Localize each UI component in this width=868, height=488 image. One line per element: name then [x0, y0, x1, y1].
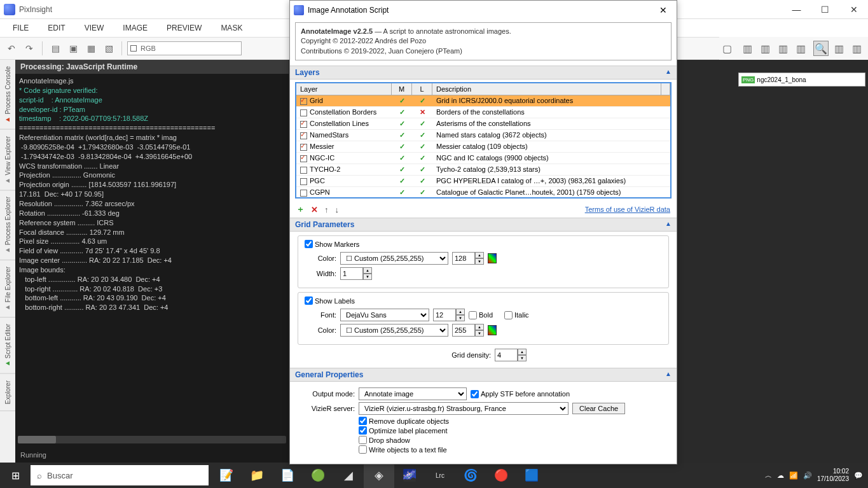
tab-process-explorer[interactable]: ▶Process Explorer: [0, 190, 15, 260]
label-color-select[interactable]: ☐ Custom (255,255,255): [340, 324, 448, 337]
grid-params-header[interactable]: Grid Parameters▲: [290, 218, 677, 232]
remove-layer-button[interactable]: ✕: [311, 205, 318, 214]
rtool-7[interactable]: ▥: [831, 41, 846, 56]
add-layer-button[interactable]: ＋: [296, 204, 305, 215]
menu-view[interactable]: VIEW: [85, 24, 104, 32]
density-spinner[interactable]: ▲▼: [495, 349, 527, 361]
layer-row[interactable]: TYCHO-2✓✓Tycho-2 catalog (2,539,913 star…: [296, 164, 670, 176]
taskbar-app-9[interactable]: 🌀: [455, 463, 486, 488]
col-l: L: [412, 83, 432, 95]
paste-button[interactable]: ▦: [83, 41, 99, 56]
start-button[interactable]: ⊞: [0, 463, 31, 488]
marker-color-select[interactable]: ☐ Custom (255,255,255): [340, 252, 448, 265]
tray-sound-icon[interactable]: 🔊: [803, 471, 812, 480]
general-props-header[interactable]: General Properties▲: [290, 368, 677, 382]
undo-button[interactable]: ↶: [4, 41, 19, 56]
layer-row[interactable]: CGPN✓✓Catalogue of Galactic Planet…houte…: [296, 187, 670, 197]
taskbar-app-lrc[interactable]: Lrc: [425, 463, 455, 488]
italic-checkbox[interactable]: [504, 311, 513, 319]
apply-stf-checkbox[interactable]: [471, 390, 479, 398]
minimize-button[interactable]: ―: [782, 0, 811, 19]
taskbar-app-pixinsight[interactable]: ◈: [364, 463, 394, 488]
font-select[interactable]: DejaVu Sans: [340, 309, 429, 321]
channel-combo[interactable]: RGB: [127, 41, 242, 55]
vizier-terms-link[interactable]: Terms of use of VizieR data: [585, 206, 670, 213]
width-spinner[interactable]: ▲▼: [340, 267, 372, 280]
save-button[interactable]: ▤: [48, 41, 63, 56]
layer-row[interactable]: Messier✓✓Messier catalog (109 objects): [296, 141, 670, 153]
taskbar-app-3[interactable]: 📄: [272, 463, 303, 488]
rtool-4[interactable]: ▥: [775, 41, 790, 56]
console-scrollbar[interactable]: [18, 436, 286, 443]
marker-alpha-spinner[interactable]: ▲▼: [452, 252, 484, 265]
bold-checkbox[interactable]: [469, 311, 477, 319]
taskbar-app-1[interactable]: 📝: [211, 463, 242, 488]
taskbar-app-chrome[interactable]: 🔴: [486, 463, 516, 488]
tray-cloud-icon[interactable]: ☁: [777, 471, 784, 480]
image-thumbnail[interactable]: PNG ngc2024_1_bona: [738, 73, 865, 87]
vizier-server-select[interactable]: VizieR (vizier.u-strasbg.fr) Strasbourg,…: [359, 402, 568, 415]
taskbar-search[interactable]: ⌕ Buscar: [31, 465, 209, 485]
process-console: Processing: JavaScript Runtime AnnotateI…: [15, 60, 289, 463]
tray-clock[interactable]: 10:02 17/10/2023: [817, 468, 849, 483]
rtool-2[interactable]: ▥: [740, 41, 755, 56]
tool-button[interactable]: ▧: [101, 41, 116, 56]
tray-chevron-icon[interactable]: ︿: [765, 471, 772, 480]
png-badge-icon: PNG: [741, 76, 755, 83]
taskbar-app-4[interactable]: 🟢: [303, 463, 333, 488]
layer-row[interactable]: PGC✓✓PGC HYPERLEDA I catalog of …+, 2003…: [296, 176, 670, 187]
dialog-logo-icon: [294, 5, 304, 15]
layer-row[interactable]: Constellation Lines✓✓Asterisms of the co…: [296, 118, 670, 130]
col-m: M: [392, 83, 412, 95]
close-button[interactable]: ✕: [839, 0, 868, 19]
taskbar-app-7[interactable]: 🌌: [394, 463, 425, 488]
layer-row[interactable]: Constellation Borders✓✕Borders of the co…: [296, 107, 670, 118]
menu-mask[interactable]: MASK: [221, 24, 242, 32]
tab-file-explorer[interactable]: ▶File Explorer: [0, 260, 15, 317]
rtool-8[interactable]: ▥: [849, 41, 864, 56]
rtool-5[interactable]: ▥: [793, 41, 808, 56]
rtool-zoom[interactable]: 🔍: [813, 41, 829, 56]
show-markers-checkbox[interactable]: [305, 240, 313, 248]
move-down-button[interactable]: ↓: [335, 205, 340, 214]
tab-explorer[interactable]: Explorer: [0, 374, 15, 411]
annotate-dialog: Image Annotation Script ✕ AnnotateImage …: [289, 0, 677, 464]
write-text-checkbox[interactable]: [359, 445, 367, 454]
taskbar-app-5[interactable]: ◢: [333, 463, 364, 488]
menu-preview[interactable]: PREVIEW: [167, 24, 202, 32]
layers-section-header[interactable]: Layers▲: [290, 66, 677, 80]
dialog-close-button[interactable]: ✕: [654, 5, 673, 15]
maximize-button[interactable]: ☐: [811, 0, 839, 19]
tray-wifi-icon[interactable]: 📶: [789, 471, 798, 480]
windows-taskbar: ⊞ ⌕ Buscar 📝 📁 📄 🟢 ◢ ◈ 🌌 Lrc 🌀 🔴 🟦 ︿ ☁ 📶…: [0, 463, 868, 488]
label-alpha-spinner[interactable]: ▲▼: [452, 324, 484, 337]
layer-row[interactable]: NamedStars✓✓Named stars catalog (3672 ob…: [296, 130, 670, 141]
tab-view-explorer[interactable]: ▶View Explorer: [0, 130, 15, 191]
menu-file[interactable]: FILE: [13, 24, 29, 32]
tab-process-console[interactable]: ▶Process Console: [0, 60, 15, 130]
taskbar-app-explorer[interactable]: 📁: [242, 463, 272, 488]
font-size-spinner[interactable]: ▲▼: [433, 309, 465, 321]
move-up-button[interactable]: ↑: [324, 205, 329, 214]
tab-script-editor[interactable]: ▶Script Editor: [0, 317, 15, 373]
redo-button[interactable]: ↷: [22, 41, 37, 56]
clear-cache-button[interactable]: Clear Cache: [572, 403, 625, 414]
drop-shadow-checkbox[interactable]: [359, 436, 367, 444]
rtool-1[interactable]: ▢: [719, 41, 734, 56]
label-color-swatch[interactable]: [488, 325, 497, 335]
copy-button[interactable]: ▣: [65, 41, 81, 56]
console-header: Processing: JavaScript Runtime: [15, 60, 289, 74]
menu-edit[interactable]: EDIT: [48, 24, 65, 32]
remove-dup-checkbox[interactable]: [359, 417, 367, 425]
tray-notifications-icon[interactable]: 💬: [854, 471, 863, 480]
menu-image[interactable]: IMAGE: [123, 24, 148, 32]
layer-row[interactable]: Grid✓✓Grid in ICRS/J2000.0 equatorial co…: [296, 95, 670, 107]
output-mode-select[interactable]: Annotate image: [359, 387, 467, 400]
layer-row[interactable]: NGC-IC✓✓NGC and IC catalogs (9900 object…: [296, 153, 670, 164]
show-labels-checkbox[interactable]: [305, 296, 313, 305]
optimize-label-checkbox[interactable]: [359, 426, 367, 435]
rtool-3[interactable]: ▥: [757, 41, 773, 56]
taskbar-app-11[interactable]: 🟦: [516, 463, 547, 488]
layers-table: Layer M L Description Grid✓✓Grid in ICRS…: [295, 82, 672, 199]
marker-color-swatch[interactable]: [488, 253, 497, 263]
